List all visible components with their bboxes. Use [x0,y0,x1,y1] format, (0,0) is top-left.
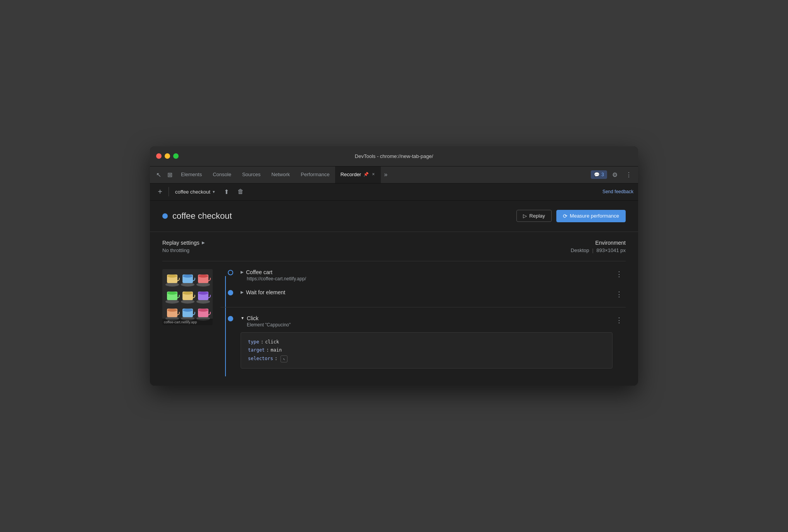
step-1-url: https://coffee-cart.netlify.app/ [241,276,613,281]
step-3-more-button[interactable]: ⋮ [613,315,626,325]
step-1-expand-icon: ▶ [241,270,244,274]
step-dot-container-3 [220,315,241,321]
recording-status-dot [162,213,168,219]
steps-timeline: ▶ Coffee cart https://coffee-cart.netlif… [213,269,626,377]
tab-console[interactable]: Console [207,166,237,183]
dropdown-arrow-icon: ▾ [213,189,215,194]
gear-icon: ⚙ [612,171,618,178]
measure-performance-button[interactable]: ⟳ Measure performance [556,210,626,222]
recording-actions: ▷ Replay ⟳ Measure performance [516,210,626,222]
tab-sources[interactable]: Sources [237,166,266,183]
devtools-right-actions: 💬 3 ⚙ ⋮ [591,166,635,183]
recording-selector[interactable]: coffee checkout ▾ [172,187,218,196]
settings-icon[interactable]: ⚙ [609,168,621,181]
cursor-icon[interactable]: ↖ [153,166,164,183]
preview-canvas [162,269,213,325]
step-dot-1 [228,270,233,275]
send-feedback-link[interactable]: Send feedback [602,189,633,194]
chat-badge-button[interactable]: 💬 3 [591,170,607,179]
layers-symbol: ⊞ [167,171,172,178]
maximize-button[interactable] [173,153,179,159]
selector-picker-icon[interactable]: ↖ [280,355,287,362]
step-dot-2 [228,290,233,295]
table-row: ▶ Coffee cart https://coffee-cart.netlif… [220,269,626,281]
step-2-name: Wait for element [246,289,285,295]
code-colon-3: : [275,355,277,363]
delete-icon: 🗑 [237,188,244,195]
step-content-2: ▶ Wait for element [241,289,613,295]
code-colon-2: : [266,346,269,355]
step-2-expand-icon: ▶ [241,290,244,294]
step-1-more-button[interactable]: ⋮ [613,269,626,279]
measure-label: Measure performance [570,213,619,219]
cursor-symbol: ↖ [156,171,161,178]
code-type-value: click [265,338,279,347]
code-target-key: target [248,346,265,355]
close-button[interactable] [156,153,162,159]
recording-title-row: coffee checkout [162,211,232,221]
environment-value: Desktop | 893×1041 px [571,247,626,253]
step-1-name: Coffee cart [246,269,272,275]
recorder-tab-content: Recorder 📌 × [341,171,375,178]
step-1-header[interactable]: ▶ Coffee cart [241,269,613,275]
table-row: ▶ Wait for element ⋮ [220,289,626,299]
replay-button[interactable]: ▷ Replay [516,210,551,222]
recording-header: coffee checkout ▷ Replay ⟳ Measure perfo… [162,210,626,222]
code-type-key: type [248,338,259,347]
environment-title: Environment [571,240,626,246]
tab-elements[interactable]: Elements [175,166,207,183]
settings-left: Replay settings ▶ No throttling [162,240,205,253]
play-icon: ▷ [523,213,527,219]
step-3-name: Click [247,315,258,321]
add-recording-button[interactable]: + [155,186,165,197]
code-colon-1: : [261,338,263,347]
recording-preview [162,269,213,325]
steps-area: ▶ Coffee cart https://coffee-cart.netlif… [162,261,626,377]
close-tab-icon[interactable]: × [371,171,375,178]
more-dots-icon: ⋮ [626,171,632,178]
step-content-1: ▶ Coffee cart https://coffee-cart.netlif… [241,269,613,281]
step-dot-container-1 [220,269,241,275]
plus-icon: + [158,187,162,196]
step-dot-container-2 [220,289,241,295]
recording-name-label: coffee checkout [175,189,210,195]
device-label: Desktop [571,247,589,253]
chat-icon: 💬 [594,172,600,177]
step-2-more-button[interactable]: ⋮ [613,289,626,299]
settings-right: Environment Desktop | 893×1041 px [571,240,626,253]
replay-label: Replay [529,213,545,219]
replay-settings-toggle[interactable]: Replay settings ▶ [162,240,205,246]
traffic-lights [156,153,179,159]
badge-count: 3 [601,172,604,177]
step-3-expand-icon: ▼ [241,316,244,320]
settings-title-label: Replay settings [162,240,200,246]
settings-section: Replay settings ▶ No throttling Environm… [162,232,626,261]
measure-icon: ⟳ [563,213,568,219]
title-bar: DevTools - chrome://new-tab-page/ [150,146,638,166]
more-options-button[interactable]: ⋮ [623,168,635,181]
delete-recording-button[interactable]: 🗑 [235,186,246,197]
code-target-value: main [271,346,282,355]
step-content-3: ▼ Click Element "Cappucino" type : click [241,315,613,369]
step-code-block: type : click target : main selectors [241,332,613,369]
layers-icon[interactable]: ⊞ [164,166,175,183]
tab-network[interactable]: Network [266,166,296,183]
main-content: coffee checkout ▷ Replay ⟳ Measure perfo… [150,201,638,386]
window-title: DevTools - chrome://new-tab-page/ [355,153,433,159]
more-tabs-button[interactable]: » [381,166,391,183]
step-2-header[interactable]: ▶ Wait for element [241,289,613,295]
recorder-tab-label: Recorder [341,172,361,177]
devtools-window: DevTools - chrome://new-tab-page/ ↖ ⊞ El… [150,146,638,386]
resolution-label: 893×1041 px [596,247,626,253]
throttling-label: No throttling [162,247,205,253]
export-icon: ⬆ [224,188,229,196]
tab-recorder[interactable]: Recorder 📌 × [335,166,381,183]
minimize-button[interactable] [165,153,170,159]
devtools-tabs-bar: ↖ ⊞ Elements Console Sources Network Per… [150,166,638,184]
recording-title: coffee checkout [172,211,232,221]
recorder-toolbar: + coffee checkout ▾ ⬆ 🗑 Send feedback [150,184,638,201]
step-3-header[interactable]: ▼ Click [241,315,613,321]
step-3-detail: Element "Cappucino" [241,322,613,328]
export-recording-button[interactable]: ⬆ [221,186,232,197]
tab-performance[interactable]: Performance [295,166,335,183]
